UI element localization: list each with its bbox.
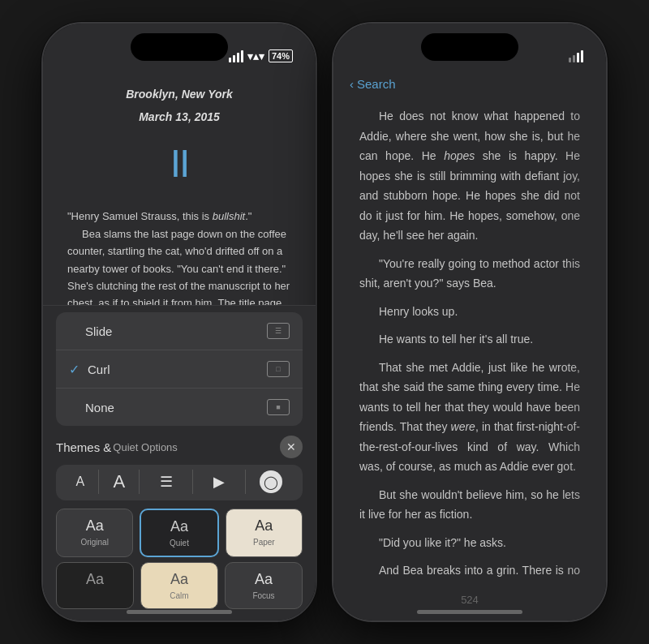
status-icons-right <box>569 50 583 62</box>
home-indicator-left <box>127 610 232 614</box>
right-para-7: "Did you like it?" he asks. <box>359 533 580 553</box>
theme-calm-card[interactable]: Aa Calm <box>140 562 218 609</box>
curl-label: Curl <box>88 363 267 376</box>
theme-quiet-card[interactable]: Aa Quiet <box>140 509 218 557</box>
page-number: 524 <box>461 594 479 606</box>
close-button[interactable]: ✕ <box>280 436 303 458</box>
theme-quiet-aa: Aa <box>170 518 188 535</box>
chevron-left-icon: ‹ <box>350 77 354 91</box>
dynamic-island-right <box>421 33 518 61</box>
theme-quiet-label: Quiet <box>170 539 189 547</box>
none-label: None <box>85 401 267 414</box>
right-para-8: And Bea breaks into a grin. There is no … <box>359 560 580 580</box>
theme-focus-card[interactable]: Aa Focus <box>225 562 303 609</box>
quiet-option-label: Quiet Options <box>113 441 178 453</box>
divider-2 <box>139 470 140 494</box>
theme-original-card[interactable]: Aa Original <box>56 509 133 557</box>
right-phone: 2:54 ‹ Search He d <box>332 22 608 622</box>
chapter-date: March 13, 2015 <box>67 108 291 127</box>
theme-paper-aa: Aa <box>255 517 273 535</box>
curl-icon: □ <box>267 361 290 377</box>
theme-row-1: Aa Original Aa Quiet Aa Paper <box>43 505 316 562</box>
status-icons-left: ▾▴▾ 74% <box>229 49 293 62</box>
right-para-6: But she wouldn't believe him, so he lets… <box>359 485 580 525</box>
theme-dark-card[interactable]: Aa <box>56 562 134 609</box>
right-para-4: He wants to tell her it's all true. <box>359 329 580 350</box>
chapter-location: Brooklyn, New York <box>67 85 291 105</box>
page-footer: 524 <box>333 594 606 606</box>
signal-icon <box>229 50 243 62</box>
dynamic-island-left <box>131 33 228 61</box>
themes-bar: Themes & Quiet Options ✕ <box>43 429 316 462</box>
font-size-small-label: A <box>76 474 85 489</box>
right-para-5: That she met Addie, just like he wrote, … <box>359 358 580 477</box>
right-para-2: "You're really going to method actor thi… <box>359 254 580 294</box>
divider-4 <box>245 470 246 494</box>
bottom-panel: Slide ☰ ✓ Curl □ None ■ <box>43 305 316 620</box>
theme-focus-label: Focus <box>252 591 274 600</box>
checkmark-icon: ✓ <box>69 362 80 377</box>
none-icon: ■ <box>267 399 290 415</box>
chapter-numeral: II <box>67 131 291 197</box>
home-indicator-right <box>417 610 522 614</box>
battery-icon: 74% <box>269 49 293 62</box>
slide-icon: ☰ <box>267 323 290 339</box>
theme-calm-label: Calm <box>170 591 188 600</box>
theme-focus-aa: Aa <box>255 571 273 588</box>
theme-original-aa: Aa <box>86 517 104 535</box>
back-label: Search <box>357 77 396 91</box>
theme-calm-aa: Aa <box>170 571 188 588</box>
font-size-large-label: A <box>114 471 126 492</box>
right-para-3: Henry looks up. <box>359 302 580 322</box>
wifi-icon: ▾▴▾ <box>247 50 264 62</box>
reading-content-right: He does not know what happened to Addie,… <box>333 98 606 580</box>
slide-label: Slide <box>85 324 267 338</box>
theme-paper-card[interactable]: Aa Paper <box>226 509 303 557</box>
divider-3 <box>192 470 193 494</box>
back-search-button[interactable]: ‹ Search <box>350 77 396 91</box>
menu-item-curl[interactable]: ✓ Curl □ <box>56 350 303 389</box>
theme-dark-aa: Aa <box>86 571 104 588</box>
menu-item-slide[interactable]: Slide ☰ <box>56 312 303 350</box>
theme-paper-label: Paper <box>253 538 275 547</box>
theme-original-label: Original <box>80 538 108 547</box>
bookmark-icon[interactable]: ▶ <box>207 470 231 494</box>
right-para-1: He does not know what happened to Addie,… <box>359 106 580 246</box>
nav-bar-right: ‹ Search <box>333 69 606 98</box>
divider-1 <box>98 470 99 494</box>
brightness-icon[interactable]: ◯ <box>260 470 282 493</box>
signal-icon-right <box>569 50 583 62</box>
left-phone: ▾▴▾ 74% Brooklyn, New York March 13, 201… <box>41 22 317 622</box>
menu-item-none[interactable]: None ■ <box>56 389 303 426</box>
font-style-icon[interactable]: ☰ <box>154 470 178 494</box>
page-turn-menu[interactable]: Slide ☰ ✓ Curl □ None ■ <box>56 312 303 426</box>
themes-label: Themes & <box>56 440 111 454</box>
font-controls: A A ☰ ▶ ◯ <box>56 465 303 500</box>
